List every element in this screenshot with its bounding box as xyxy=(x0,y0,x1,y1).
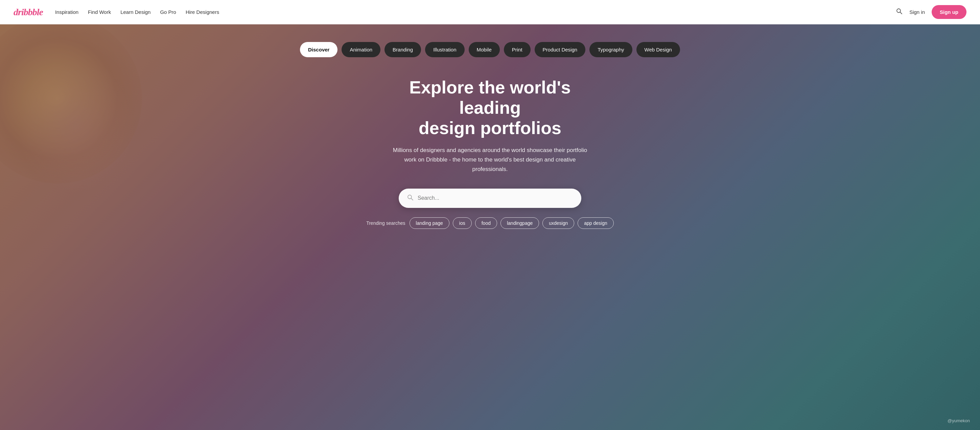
hero-title: Explore the world's leading design portf… xyxy=(388,78,592,138)
category-pill-branding[interactable]: Branding xyxy=(385,42,421,57)
nav-item-find-work[interactable]: Find Work xyxy=(88,9,111,15)
nav-item-hire-designers[interactable]: Hire Designers xyxy=(186,9,219,15)
search-icon[interactable] xyxy=(896,8,902,16)
trending-tag-landing-page[interactable]: landing page xyxy=(409,217,449,229)
category-bar: DiscoverAnimationBrandingIllustrationMob… xyxy=(293,42,687,57)
trending-section: Trending searches landing pageiosfoodlan… xyxy=(360,217,620,229)
nav-item-go-pro[interactable]: Go Pro xyxy=(160,9,176,15)
trending-label: Trending searches xyxy=(366,221,405,226)
category-pill-typography[interactable]: Typography xyxy=(589,42,632,57)
nav-item-inspiration[interactable]: Inspiration xyxy=(55,9,78,15)
navbar-right: Sign in Sign up xyxy=(896,5,966,19)
svg-point-0 xyxy=(897,9,900,13)
svg-point-2 xyxy=(408,195,412,199)
search-bar xyxy=(399,189,581,208)
category-pill-discover[interactable]: Discover xyxy=(300,42,337,57)
trending-tag-uxdesign[interactable]: uxdesign xyxy=(542,217,574,229)
search-input[interactable] xyxy=(418,195,573,201)
search-bar-icon xyxy=(407,194,414,203)
hero-section: DiscoverAnimationBrandingIllustrationMob… xyxy=(0,24,980,430)
trending-tag-food[interactable]: food xyxy=(475,217,497,229)
hero-content: Explore the world's leading design portf… xyxy=(382,78,598,174)
sign-up-button[interactable]: Sign up xyxy=(932,5,966,19)
trending-tag-ios[interactable]: ios xyxy=(453,217,472,229)
trending-tags: landing pageiosfoodlandingpageuxdesignap… xyxy=(409,217,614,229)
trending-tag-app-design[interactable]: app design xyxy=(578,217,614,229)
svg-line-1 xyxy=(900,12,902,14)
category-pill-print[interactable]: Print xyxy=(504,42,531,57)
category-pill-animation[interactable]: Animation xyxy=(342,42,380,57)
category-pill-mobile[interactable]: Mobile xyxy=(469,42,500,57)
trending-tag-landingpage[interactable]: landingpage xyxy=(501,217,539,229)
navbar-left: dribbble InspirationFind WorkLearn Desig… xyxy=(14,7,219,18)
watermark: @yumekon xyxy=(948,418,970,423)
svg-line-3 xyxy=(411,198,413,200)
category-pill-web-design[interactable]: Web Design xyxy=(636,42,680,57)
hero-subtitle: Millions of designers and agencies aroun… xyxy=(392,145,588,174)
nav-item-learn-design[interactable]: Learn Design xyxy=(120,9,151,15)
navbar: dribbble InspirationFind WorkLearn Desig… xyxy=(0,0,980,24)
search-container xyxy=(392,189,588,208)
nav-links: InspirationFind WorkLearn DesignGo ProHi… xyxy=(55,9,219,15)
category-pill-product-design[interactable]: Product Design xyxy=(535,42,586,57)
sign-in-button[interactable]: Sign in xyxy=(909,9,925,15)
category-pill-illustration[interactable]: Illustration xyxy=(425,42,464,57)
logo[interactable]: dribbble xyxy=(14,7,43,18)
